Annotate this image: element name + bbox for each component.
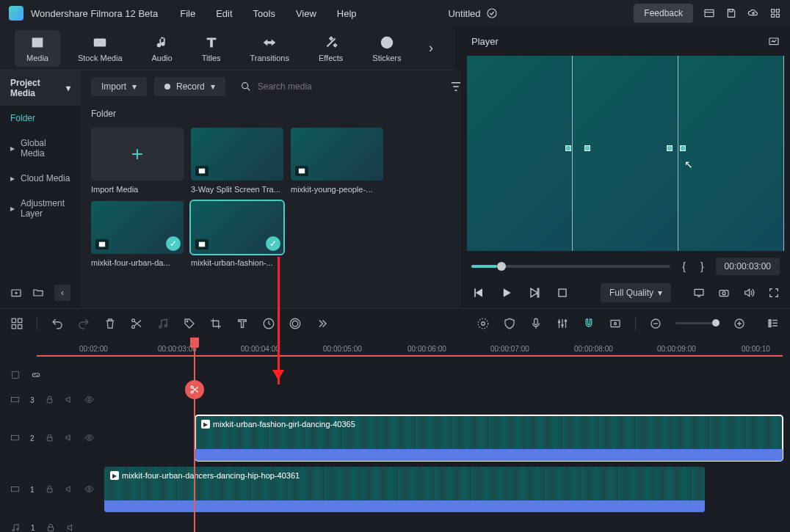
link-icon[interactable] — [31, 370, 41, 380]
search-input[interactable] — [258, 81, 435, 92]
tab-audio[interactable]: Audio — [140, 30, 184, 67]
visibility-icon[interactable] — [84, 484, 94, 495]
import-dropdown[interactable]: Import▾ — [91, 77, 147, 96]
media-card[interactable]: mixkit-young-people-... — [291, 128, 383, 194]
transform-handle[interactable] — [680, 145, 686, 151]
visibility-icon[interactable] — [84, 433, 94, 443]
sidebar-item-cloud[interactable]: ▸Cloud Media — [0, 166, 81, 191]
seek-bar[interactable] — [471, 265, 670, 268]
mixer-icon[interactable] — [556, 317, 569, 330]
transform-handle[interactable] — [667, 145, 673, 151]
lock-icon[interactable] — [45, 433, 54, 443]
zoom-knob[interactable] — [712, 319, 720, 327]
project-title[interactable]: Untitled — [448, 8, 480, 19]
cloud-sync-icon[interactable] — [486, 7, 498, 19]
sidebar-item-folder[interactable]: Folder — [0, 106, 81, 131]
tabs-more-icon[interactable]: › — [421, 40, 441, 56]
camera-icon[interactable] — [718, 287, 730, 299]
play-button[interactable] — [499, 285, 514, 300]
mute-icon[interactable] — [65, 395, 74, 405]
tab-media[interactable]: Media — [15, 30, 60, 67]
quality-dropdown[interactable]: Full Quality▾ — [601, 283, 671, 302]
record-dropdown[interactable]: Record▾ — [154, 77, 225, 96]
lock-icon[interactable] — [46, 522, 56, 532]
split-icon[interactable] — [130, 317, 143, 330]
timeline[interactable]: 00:02:00 00:00:03:00 00:00:04:00 00:00:0… — [0, 338, 790, 532]
mute-icon[interactable] — [66, 522, 76, 532]
menu-view[interactable]: View — [296, 8, 316, 19]
magnet-icon[interactable] — [582, 317, 595, 330]
cloud-upload-icon[interactable] — [747, 7, 759, 19]
lock-icon[interactable] — [45, 484, 54, 495]
seek-knob[interactable] — [497, 262, 506, 271]
folder-icon[interactable] — [32, 287, 44, 299]
track-settings-icon[interactable] — [10, 370, 21, 380]
layout-tool-icon[interactable] — [10, 317, 23, 330]
mark-out-button[interactable]: } — [697, 260, 707, 272]
tab-titles-label: Titles — [202, 54, 221, 62]
save-icon[interactable] — [725, 7, 737, 19]
display-icon[interactable] — [693, 287, 705, 299]
tab-stickers[interactable]: Stickers — [360, 30, 413, 67]
tab-titles[interactable]: Titles — [190, 30, 233, 67]
timeline-ruler[interactable]: 00:02:00 00:00:03:00 00:00:04:00 00:00:0… — [0, 338, 790, 360]
menu-tools[interactable]: Tools — [253, 8, 275, 19]
sidebar-item-global[interactable]: ▸Global Media — [0, 131, 81, 166]
settings-gear-icon[interactable] — [476, 317, 490, 330]
media-card[interactable]: 3-Way Split Screen Tra... — [191, 128, 283, 194]
mute-icon[interactable] — [65, 484, 74, 495]
new-folder-icon[interactable] — [10, 287, 22, 299]
redo-icon[interactable] — [77, 317, 90, 330]
mic-icon[interactable] — [529, 317, 543, 330]
prev-frame-button[interactable] — [471, 285, 486, 300]
crop-icon[interactable] — [209, 317, 222, 330]
text-tool-icon[interactable] — [236, 317, 249, 330]
search-box[interactable] — [233, 81, 442, 92]
feedback-button[interactable]: Feedback — [634, 4, 693, 23]
mark-in-button[interactable]: { — [679, 260, 689, 272]
music-tool-icon[interactable] — [156, 317, 170, 330]
snapshot-icon[interactable] — [768, 35, 780, 47]
zoom-in-icon[interactable] — [733, 317, 746, 330]
menu-file[interactable]: File — [180, 8, 195, 19]
visibility-icon[interactable] — [84, 395, 94, 405]
tab-transitions[interactable]: Transitions — [239, 30, 301, 67]
tab-stock[interactable]: Stock Media — [66, 30, 134, 67]
layout-icon[interactable] — [703, 7, 715, 19]
prev-page-icon[interactable]: ‹ — [54, 285, 70, 301]
media-card[interactable]: ✓ mixkit-urban-fashion-... — [191, 201, 283, 267]
tab-effects[interactable]: Effects — [307, 30, 355, 67]
mute-icon[interactable] — [65, 433, 74, 443]
zoom-out-icon[interactable] — [649, 317, 662, 330]
tag-icon[interactable] — [183, 317, 196, 330]
more-tools-icon[interactable] — [315, 317, 328, 330]
stop-button[interactable] — [555, 285, 570, 300]
next-frame-button[interactable] — [527, 285, 542, 300]
timecode[interactable]: 00:00:03:00 — [716, 258, 780, 275]
undo-icon[interactable] — [51, 317, 64, 330]
svg-rect-20 — [12, 318, 15, 322]
transform-handle[interactable] — [584, 145, 590, 151]
sidebar-header[interactable]: Project Media ▾ — [0, 70, 81, 106]
import-card[interactable]: + Import Media — [91, 128, 184, 194]
fullscreen-icon[interactable] — [768, 287, 780, 299]
scissors-icon[interactable] — [185, 380, 204, 399]
timeline-clip[interactable]: mixkit-urban-fashion-girl-dancing-40365 — [195, 415, 783, 461]
player-preview[interactable]: ↖ — [467, 56, 784, 251]
delete-icon[interactable] — [104, 317, 117, 330]
sidebar-item-adjustment[interactable]: ▸Adjustment Layer — [0, 191, 81, 226]
shield-icon[interactable] — [503, 317, 516, 330]
transform-handle[interactable] — [565, 145, 571, 151]
zoom-slider[interactable] — [675, 322, 720, 324]
color-icon[interactable] — [289, 317, 302, 330]
volume-icon[interactable] — [743, 287, 755, 299]
media-card[interactable]: ✓ mixkit-four-urban-da... — [91, 201, 184, 267]
menu-help[interactable]: Help — [337, 8, 357, 19]
speed-icon[interactable] — [262, 317, 275, 330]
grid-icon[interactable] — [769, 7, 781, 19]
marker-add-icon[interactable] — [609, 317, 622, 330]
playhead[interactable] — [194, 338, 195, 532]
lock-icon[interactable] — [45, 395, 54, 405]
track-view-icon[interactable] — [767, 317, 780, 330]
menu-edit[interactable]: Edit — [216, 8, 232, 19]
